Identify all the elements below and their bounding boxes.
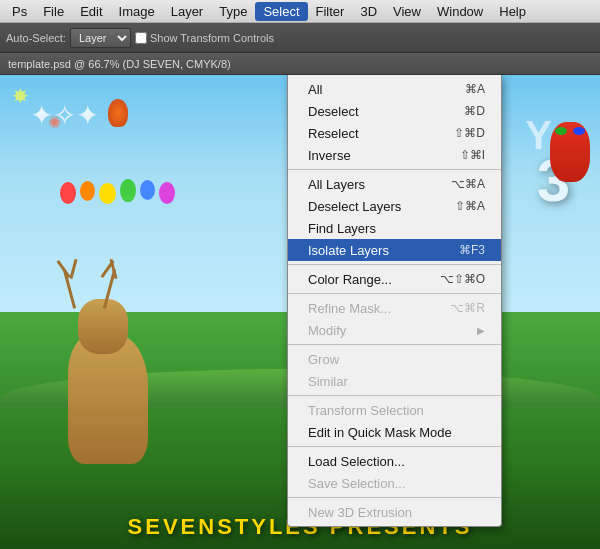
menu-item-find-layers[interactable]: Find Layers [288,217,501,239]
menubar-edit[interactable]: Edit [72,2,110,21]
doc-titlebar: template.psd @ 66.7% (DJ SEVEN, CMYK/8) [0,53,600,75]
menu-section-7: Load Selection... Save Selection... [288,447,501,498]
menu-item-all[interactable]: All ⌘A [288,78,501,100]
menu-item-deselect[interactable]: Deselect ⌘D [288,100,501,122]
select-menu-dropdown: All ⌘A Deselect ⌘D Reselect ⇧⌘D Inverse … [287,75,502,527]
menu-item-refine-mask: Refine Mask... ⌥⌘R [288,297,501,319]
auto-select-label: Auto-Select: [6,32,66,44]
menubar-window[interactable]: Window [429,2,491,21]
menu-item-deselect-layers[interactable]: Deselect Layers ⇧⌘A [288,195,501,217]
menubar-ps[interactable]: Ps [4,2,35,21]
doc-title: template.psd @ 66.7% (DJ SEVEN, CMYK/8) [8,58,231,70]
menu-item-save-selection: Save Selection... [288,472,501,494]
menubar: Ps File Edit Image Layer Type Select Fil… [0,0,600,23]
toolbar: Auto-Select: Layer Group Show Transform … [0,23,600,53]
menu-item-load-selection[interactable]: Load Selection... [288,450,501,472]
menubar-view[interactable]: View [385,2,429,21]
canvas-area: ✦✧✦ ✸ ✺ 3 Y [0,75,600,549]
menu-item-inverse[interactable]: Inverse ⇧⌘I [288,144,501,166]
menu-item-similar: Similar [288,370,501,392]
menu-item-color-range[interactable]: Color Range... ⌥⇧⌘O [288,268,501,290]
menu-item-all-layers[interactable]: All Layers ⌥⌘A [288,173,501,195]
auto-select-dropdown[interactable]: Layer Group [70,28,131,48]
menubar-image[interactable]: Image [111,2,163,21]
menu-section-2: All Layers ⌥⌘A Deselect Layers ⇧⌘A Find … [288,170,501,265]
menu-section-6: Transform Selection Edit in Quick Mask M… [288,396,501,447]
menu-section-5: Grow Similar [288,345,501,396]
menu-section-8: New 3D Extrusion [288,498,501,526]
menubar-help[interactable]: Help [491,2,534,21]
menubar-layer[interactable]: Layer [163,2,212,21]
menu-item-grow: Grow [288,348,501,370]
transform-controls-label: Show Transform Controls [135,32,274,44]
menubar-select[interactable]: Select [255,2,307,21]
menu-section-3: Color Range... ⌥⇧⌘O [288,265,501,294]
menubar-file[interactable]: File [35,2,72,21]
menubar-type[interactable]: Type [211,2,255,21]
transform-controls-checkbox[interactable] [135,32,147,44]
menu-section-4: Refine Mask... ⌥⌘R Modify ▶ [288,294,501,345]
menu-item-modify: Modify ▶ [288,319,501,341]
menu-item-transform-selection: Transform Selection [288,399,501,421]
menu-section-1: All ⌘A Deselect ⌘D Reselect ⇧⌘D Inverse … [288,75,501,170]
dropdown-overlay: All ⌘A Deselect ⌘D Reselect ⇧⌘D Inverse … [0,75,600,549]
menu-item-reselect[interactable]: Reselect ⇧⌘D [288,122,501,144]
menu-item-new-3d-extrusion: New 3D Extrusion [288,501,501,523]
menubar-filter[interactable]: Filter [308,2,353,21]
menu-item-isolate-layers[interactable]: Isolate Layers ⌘F3 [288,239,501,261]
menubar-3d[interactable]: 3D [352,2,385,21]
menu-item-quick-mask[interactable]: Edit in Quick Mask Mode [288,421,501,443]
